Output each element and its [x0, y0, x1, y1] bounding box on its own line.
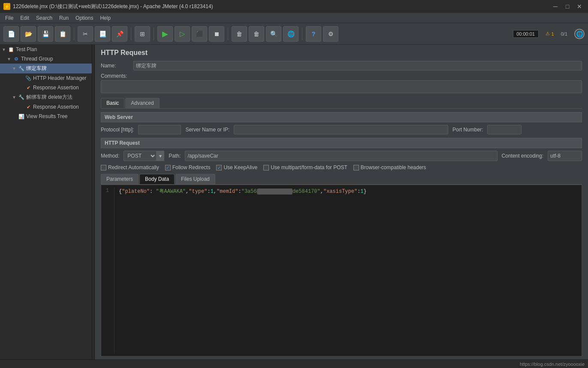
warning-count: 1 — [552, 31, 554, 36]
code-colon3: : — [238, 189, 241, 195]
sidebar-item-viewresults[interactable]: ▼ 📊 View Results Tree — [0, 112, 92, 121]
browser-compat-cb — [353, 165, 359, 170]
line-number-1: 1 — [104, 188, 109, 194]
remote-button[interactable]: 🌐 — [283, 26, 299, 42]
paste-button[interactable]: 📌 — [112, 26, 127, 42]
play-check-button[interactable]: ▷ — [175, 26, 190, 42]
browser-compat-checkbox[interactable]: Browser-compatible headers — [353, 164, 426, 170]
menu-help[interactable]: Help — [96, 14, 114, 22]
tab-advanced[interactable]: Advanced — [125, 98, 159, 108]
code-content[interactable]: {"plateNo": "粤AAWAKA","type":1,"memId":"… — [119, 188, 579, 353]
code-comma2: , — [214, 189, 217, 195]
threadgroup-icon: ⚙ — [13, 55, 20, 62]
clear-button[interactable]: 🗑 — [232, 26, 247, 42]
open-button[interactable]: 📂 — [21, 26, 36, 42]
menubar: File Edit Search Run Options Help — [0, 13, 588, 23]
browser-compat-label: Browser-compatible headers — [361, 164, 426, 170]
play-button[interactable]: ▶ — [157, 26, 173, 42]
sub-tab-parameters[interactable]: Parameters — [101, 174, 139, 184]
menu-search[interactable]: Search — [33, 14, 56, 22]
protocol-input[interactable] — [138, 125, 181, 134]
code-plateNo-val: "粤AAWAKA" — [156, 189, 186, 195]
multipart-label: Use multipart/form-data for POST — [271, 164, 347, 170]
http-request-header: HTTP Request — [101, 138, 582, 148]
method-dropdown-btn[interactable]: ▼ — [157, 151, 164, 161]
unbindplate-icon: 🔧 — [18, 94, 25, 101]
path-label: Path: — [169, 153, 181, 159]
httpheader-label: HTTP Header Manager — [33, 75, 87, 81]
save-button[interactable]: 💾 — [38, 26, 53, 42]
body-data-editor[interactable]: 1 {"plateNo": "粤AAWAKA","type":1,"memId"… — [101, 185, 582, 356]
window-title: 1226delete.jmx (D:\接口测试+web测试\1226delete… — [13, 3, 213, 10]
keepalive-checkbox[interactable]: Use KeepAlive — [216, 164, 257, 170]
tab-basic[interactable]: Basic — [101, 98, 124, 108]
sidebar-item-bindplate[interactable]: ▼ 🔧 绑定车牌 — [0, 64, 92, 73]
menu-options[interactable]: Options — [72, 14, 96, 22]
settings-button[interactable]: ⚙ — [323, 26, 338, 42]
multipart-cb — [263, 165, 269, 170]
sidebar-item-testplan[interactable]: ▼ 📋 Test Plan — [0, 45, 92, 54]
encoding-input[interactable] — [548, 151, 582, 161]
stop-all-button[interactable]: ⏹ — [209, 26, 224, 42]
multipart-checkbox[interactable]: Use multipart/form-data for POST — [263, 164, 347, 170]
sidebar-item-assertion1[interactable]: ▼ ✔ Response Assertion — [0, 83, 92, 92]
comments-label: Comments: — [101, 73, 582, 79]
maximize-button[interactable]: □ — [562, 2, 573, 11]
close-button[interactable]: ✕ — [574, 2, 585, 11]
bindplate-icon: 🔧 — [18, 65, 25, 72]
toolbar-sep-3 — [154, 27, 154, 40]
expand-threadgroup: ▼ — [7, 57, 12, 61]
viewresults-icon: 📊 — [18, 113, 25, 120]
toolbar-sep-2 — [131, 27, 131, 40]
copy-button[interactable]: 📃 — [95, 26, 110, 42]
method-select[interactable]: POST GET DELETE PUT — [124, 151, 157, 161]
main-tabs: Basic Advanced — [101, 98, 582, 109]
follow-redirect-checkbox[interactable]: Follow Redirects — [165, 164, 211, 170]
sidebar-item-httpheader[interactable]: ▼ 📎 HTTP Header Manager — [0, 73, 92, 83]
sidebar-item-unbindplate[interactable]: ▼ 🔧 解绑车牌 delete方法 — [0, 92, 92, 102]
redirect-auto-checkbox[interactable]: Redirect Automatically — [101, 164, 159, 170]
warning-icon: ⚠ — [546, 31, 550, 36]
expand-button[interactable]: ⊞ — [135, 26, 150, 42]
testplan-icon: 📋 — [8, 46, 15, 53]
stop-button[interactable]: ⬛ — [192, 26, 207, 42]
titlebar-controls: ─ □ ✕ — [550, 2, 585, 11]
menu-edit[interactable]: Edit — [17, 14, 33, 22]
sub-tab-bodydata[interactable]: Body Data — [139, 174, 175, 184]
timer-display: 00:00:01 — [513, 30, 539, 38]
statusbar-url: https://blog.csdn.net/zyooooxie — [520, 362, 585, 367]
redirect-auto-cb — [101, 165, 106, 170]
sidebar-item-threadgroup[interactable]: ▼ ⚙ Thread Group — [0, 54, 92, 64]
cut-button[interactable]: ✂ — [78, 26, 93, 42]
globe-button[interactable]: 🌐 — [574, 29, 585, 39]
protocol-label: Protocol [http]: — [101, 127, 134, 133]
sub-tab-filesupload[interactable]: Files Upload — [175, 174, 215, 184]
menu-run[interactable]: Run — [56, 14, 72, 22]
code-memId-key: "memId" — [217, 189, 238, 195]
toolbar: 📄 📂 💾 📋 ✂ 📃 📌 ⊞ ▶ ▷ ⬛ ⏹ 🗑 🗑 🔍 🌐 ? ⚙ 00:0… — [0, 23, 588, 45]
code-colon1: : — [150, 189, 156, 195]
path-input[interactable] — [185, 151, 497, 161]
clear-all-button[interactable]: 🗑 — [249, 26, 264, 42]
name-label: Name: — [101, 63, 131, 69]
keepalive-cb — [216, 165, 222, 170]
comments-input[interactable] — [101, 80, 582, 93]
menu-file[interactable]: File — [2, 14, 17, 22]
sidebar: ▼ 📋 Test Plan ▼ ⚙ Thread Group ▼ 🔧 绑定车牌 … — [0, 45, 92, 368]
minimize-button[interactable]: ─ — [550, 2, 561, 11]
viewresults-label: View Results Tree — [26, 113, 68, 119]
expand-testplan: ▼ — [2, 47, 7, 52]
port-input[interactable] — [487, 125, 522, 134]
saveas-button[interactable]: 📋 — [55, 26, 70, 42]
help-button[interactable]: ? — [306, 26, 321, 42]
code-xasisType-val: 1 — [360, 189, 363, 195]
toolbar-sep-5 — [302, 27, 302, 40]
encoding-label: Content encoding: — [502, 153, 543, 159]
search-button[interactable]: 🔍 — [266, 26, 281, 42]
sidebar-item-assertion2[interactable]: ▼ ✔ Response Assertion — [0, 102, 92, 112]
method-label: Method: — [101, 153, 119, 159]
name-input[interactable] — [133, 61, 582, 70]
web-server-header: Web Server — [101, 112, 582, 122]
server-name-input[interactable] — [234, 125, 448, 134]
new-button[interactable]: 📄 — [3, 26, 19, 42]
